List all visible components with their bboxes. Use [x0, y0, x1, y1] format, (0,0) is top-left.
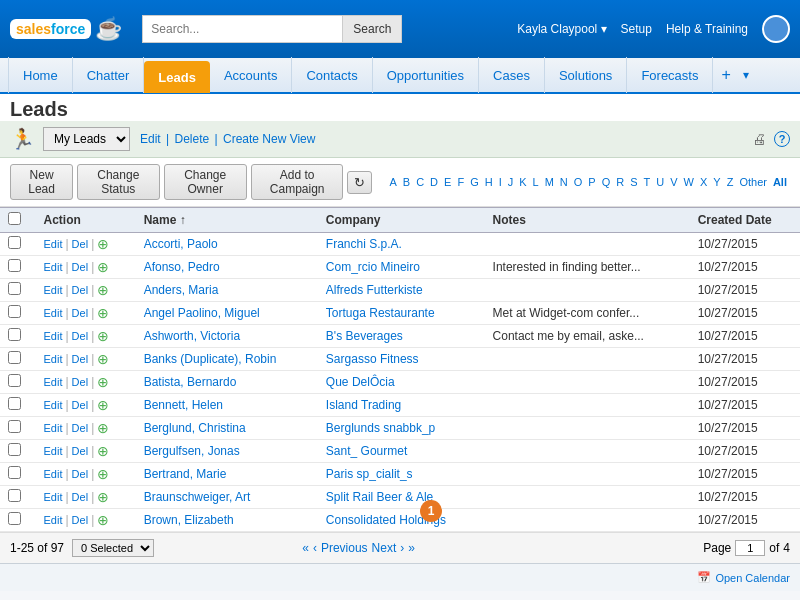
row-checkbox[interactable]: [8, 351, 21, 364]
search-button[interactable]: Search: [342, 15, 402, 43]
prev-label[interactable]: Previous: [321, 541, 368, 555]
alpha-d[interactable]: D: [427, 175, 441, 189]
company-link[interactable]: Island Trading: [326, 398, 401, 412]
col-notes[interactable]: Notes: [485, 208, 690, 233]
row-checkbox[interactable]: [8, 236, 21, 249]
edit-link[interactable]: Edit: [44, 491, 63, 503]
edit-link[interactable]: Edit: [44, 399, 63, 411]
col-company[interactable]: Company: [318, 208, 485, 233]
prev-page[interactable]: ‹: [313, 541, 317, 555]
nav-more[interactable]: ▾: [739, 68, 753, 82]
alpha-i[interactable]: I: [496, 175, 505, 189]
alpha-c[interactable]: C: [413, 175, 427, 189]
alpha-all[interactable]: All: [770, 175, 790, 189]
row-checkbox[interactable]: [8, 489, 21, 502]
del-link[interactable]: Del: [72, 284, 89, 296]
company-link[interactable]: Que DelÔcia: [326, 375, 395, 389]
alpha-v[interactable]: V: [667, 175, 680, 189]
row-checkbox[interactable]: [8, 305, 21, 318]
company-link[interactable]: Paris sp_cialit_s: [326, 467, 413, 481]
lead-name-link[interactable]: Ashworth, Victoria: [144, 329, 241, 343]
alpha-y[interactable]: Y: [710, 175, 723, 189]
edit-link[interactable]: Edit: [44, 468, 63, 480]
company-link[interactable]: Split Rail Beer & Ale: [326, 490, 433, 504]
lead-name-link[interactable]: Afonso, Pedro: [144, 260, 220, 274]
del-link[interactable]: Del: [72, 399, 89, 411]
lead-name-link[interactable]: Bennett, Helen: [144, 398, 223, 412]
row-checkbox[interactable]: [8, 420, 21, 433]
lead-name-link[interactable]: Berglund, Christina: [144, 421, 246, 435]
lead-name-link[interactable]: Bergulfsen, Jonas: [144, 444, 240, 458]
lead-name-link[interactable]: Bertrand, Marie: [144, 467, 227, 481]
alpha-b[interactable]: B: [400, 175, 413, 189]
lead-name-link[interactable]: Angel Paolino, Miguel: [144, 306, 260, 320]
del-link[interactable]: Del: [72, 468, 89, 480]
open-calendar-link[interactable]: 📅 Open Calendar: [697, 571, 790, 584]
edit-link[interactable]: Edit: [44, 284, 63, 296]
print-icon[interactable]: 🖨: [752, 131, 766, 147]
user-name[interactable]: Kayla Claypool: [517, 22, 606, 36]
selected-count[interactable]: 0 Selected: [72, 539, 154, 557]
del-link[interactable]: Del: [72, 330, 89, 342]
nav-home[interactable]: Home: [8, 57, 73, 93]
del-link[interactable]: Del: [72, 514, 89, 526]
next-label[interactable]: Next: [372, 541, 397, 555]
lead-name-link[interactable]: Anders, Maria: [144, 283, 219, 297]
nav-opportunities[interactable]: Opportunities: [373, 57, 479, 93]
del-link[interactable]: Del: [72, 353, 89, 365]
alpha-l[interactable]: L: [530, 175, 542, 189]
select-all-checkbox[interactable]: [8, 212, 21, 225]
row-checkbox[interactable]: [8, 328, 21, 341]
lead-name-link[interactable]: Batista, Bernardo: [144, 375, 237, 389]
lead-name-link[interactable]: Brown, Elizabeth: [144, 513, 234, 527]
row-checkbox[interactable]: [8, 259, 21, 272]
view-selector[interactable]: My Leads: [43, 127, 130, 151]
alpha-p[interactable]: P: [585, 175, 598, 189]
create-view-link[interactable]: Create New View: [223, 132, 315, 146]
nav-add[interactable]: +: [713, 66, 738, 84]
tour-badge[interactable]: 1: [420, 500, 442, 522]
edit-link[interactable]: Edit: [44, 514, 63, 526]
add-icon[interactable]: ⊕: [97, 236, 109, 252]
alpha-f[interactable]: F: [454, 175, 467, 189]
last-page[interactable]: »: [408, 541, 415, 555]
row-checkbox[interactable]: [8, 466, 21, 479]
nav-accounts[interactable]: Accounts: [210, 57, 292, 93]
row-checkbox[interactable]: [8, 512, 21, 525]
add-icon[interactable]: ⊕: [97, 374, 109, 390]
alpha-s[interactable]: S: [627, 175, 640, 189]
add-icon[interactable]: ⊕: [97, 305, 109, 321]
setup-link[interactable]: Setup: [621, 22, 652, 36]
company-link[interactable]: Com_rcio Mineiro: [326, 260, 420, 274]
alpha-m[interactable]: M: [542, 175, 557, 189]
company-link[interactable]: Tortuga Restaurante: [326, 306, 435, 320]
alpha-u[interactable]: U: [653, 175, 667, 189]
alpha-a[interactable]: A: [386, 175, 399, 189]
company-link[interactable]: Berglunds snabbk_p: [326, 421, 435, 435]
del-link[interactable]: Del: [72, 238, 89, 250]
alpha-t[interactable]: T: [641, 175, 654, 189]
alpha-j[interactable]: J: [505, 175, 517, 189]
edit-link[interactable]: Edit: [44, 376, 63, 388]
add-icon[interactable]: ⊕: [97, 489, 109, 505]
del-link[interactable]: Del: [72, 491, 89, 503]
add-icon[interactable]: ⊕: [97, 397, 109, 413]
nav-leads[interactable]: Leads: [144, 61, 210, 93]
del-link[interactable]: Del: [72, 445, 89, 457]
nav-chatter[interactable]: Chatter: [73, 57, 145, 93]
page-input[interactable]: [735, 540, 765, 556]
alpha-w[interactable]: W: [681, 175, 697, 189]
nav-contacts[interactable]: Contacts: [292, 57, 372, 93]
company-link[interactable]: Alfreds Futterkiste: [326, 283, 423, 297]
edit-link[interactable]: Edit: [44, 307, 63, 319]
add-icon[interactable]: ⊕: [97, 351, 109, 367]
alpha-o[interactable]: O: [571, 175, 586, 189]
new-lead-button[interactable]: New Lead: [10, 164, 73, 200]
edit-link[interactable]: Edit: [44, 353, 63, 365]
add-icon[interactable]: ⊕: [97, 443, 109, 459]
row-checkbox[interactable]: [8, 397, 21, 410]
alpha-e[interactable]: E: [441, 175, 454, 189]
edit-link[interactable]: Edit: [44, 238, 63, 250]
edit-link[interactable]: Edit: [44, 445, 63, 457]
add-icon[interactable]: ⊕: [97, 466, 109, 482]
